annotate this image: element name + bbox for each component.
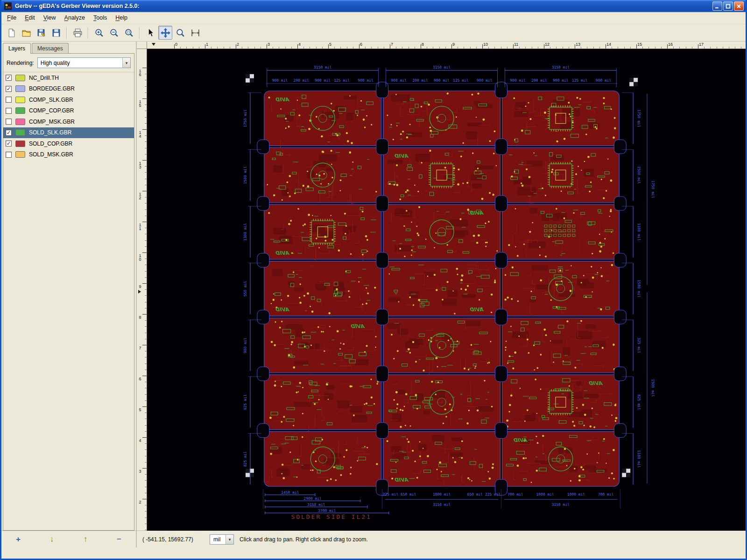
layer-visibility-checkbox[interactable] <box>6 97 12 103</box>
ruler-tick <box>142 283 147 284</box>
svg-text:1500 mil: 1500 mil <box>243 166 247 184</box>
ruler-label: 6 <box>138 377 142 380</box>
svg-text:1750 mil: 1750 mil <box>651 180 655 198</box>
move-layer-up-button[interactable]: ↑ <box>72 533 99 545</box>
save-button[interactable] <box>49 26 63 40</box>
layer-row[interactable]: ✓SOLD_COP.GBR <box>3 138 134 149</box>
menu-item-file[interactable]: File <box>3 13 21 23</box>
ruler-tick <box>142 468 147 469</box>
svg-text:900 mil: 900 mil <box>510 78 526 83</box>
layer-visibility-checkbox[interactable]: ✓ <box>6 140 12 147</box>
menu-item-view[interactable]: View <box>39 13 60 23</box>
measure-button[interactable] <box>188 26 202 40</box>
title-bar[interactable]: Gerbv -- gEDA's Gerber Viewer version 2.… <box>1 0 746 12</box>
ruler-label: 9 <box>452 42 455 47</box>
move-layer-down-button[interactable]: ↓ <box>39 533 65 545</box>
svg-text:3158 mil: 3158 mil <box>433 503 451 507</box>
close-button[interactable] <box>734 1 744 11</box>
ruler-tick <box>142 252 147 253</box>
rendering-select[interactable]: High quality ▾ <box>37 57 131 68</box>
svg-text:200 mil: 200 mil <box>531 78 547 83</box>
layer-visibility-checkbox[interactable] <box>6 108 12 114</box>
layer-row[interactable]: COMP_COP.GBR <box>3 105 134 117</box>
zoom-in-button[interactable] <box>92 26 106 40</box>
menu-item-analyze[interactable]: Analyze <box>60 13 89 23</box>
tab-layers[interactable]: Layers <box>3 43 31 54</box>
svg-text:AVID: AVID <box>470 210 484 216</box>
layer-visibility-checkbox[interactable]: ✓ <box>6 75 12 81</box>
ruler-tick <box>698 44 698 49</box>
layer-color-swatch[interactable] <box>15 140 25 147</box>
svg-text:1300 mil: 1300 mil <box>243 223 247 241</box>
svg-text:1750 mil: 1750 mil <box>637 109 641 127</box>
units-select[interactable]: mil ▾ <box>210 534 234 545</box>
ruler-label: 10 <box>138 253 142 261</box>
open-button[interactable] <box>19 26 33 40</box>
ruler-tick <box>142 376 147 376</box>
layer-row[interactable]: COMP_MSK.GBR <box>3 116 134 127</box>
svg-text:1180 mil: 1180 mil <box>637 450 641 468</box>
ruler-label: 15 <box>138 99 142 107</box>
svg-text:1450 mil: 1450 mil <box>281 490 299 495</box>
toolbar <box>1 24 746 42</box>
layer-row[interactable]: ✓NC_Drill.TH <box>3 72 134 84</box>
pointer-button[interactable] <box>143 26 157 40</box>
svg-text:325 mil: 325 mil <box>637 337 641 353</box>
save-as-button[interactable] <box>34 26 48 40</box>
maximize-button[interactable] <box>723 1 733 11</box>
svg-text:1500 mil: 1500 mil <box>651 379 655 397</box>
zoom-fit-button[interactable] <box>122 26 136 40</box>
layer-color-swatch[interactable] <box>15 85 25 92</box>
layer-row[interactable]: COMP_SLK.GBR <box>3 94 134 105</box>
pcb-canvas[interactable]: AVIDAVIDAVIDAVIDAVIDAVIDAVIDAVIDAVIDAVID… <box>147 49 746 531</box>
window-title: Gerbv -- gEDA's Gerber Viewer version 2.… <box>15 3 712 9</box>
layer-visibility-checkbox[interactable]: ✓ <box>6 130 12 136</box>
svg-text:225 mil: 225 mil <box>383 492 399 497</box>
pan-button[interactable] <box>158 26 172 40</box>
layer-visibility-checkbox[interactable] <box>6 119 12 125</box>
ruler-tick <box>142 499 147 499</box>
chevron-down-icon[interactable]: ▾ <box>122 58 130 68</box>
rendering-row: Rendering: High quality ▾ <box>3 54 134 72</box>
rendering-value: High quality <box>41 60 70 66</box>
layer-color-swatch[interactable] <box>15 75 25 81</box>
ruler-label: 8 <box>138 315 142 319</box>
layer-row[interactable]: ✓BORDEDGE.GBR <box>3 84 134 95</box>
svg-text:AVID: AVID <box>351 323 365 329</box>
add-layer-button[interactable]: + <box>5 533 31 545</box>
status-hint: Click and drag to pan. Right click and d… <box>240 536 368 543</box>
ruler-tick <box>142 222 147 222</box>
layer-color-swatch[interactable] <box>15 119 25 125</box>
layer-color-swatch[interactable] <box>15 151 25 158</box>
zoom-tool-button[interactable] <box>173 26 187 40</box>
zoom-out-button[interactable] <box>107 26 121 40</box>
layer-visibility-checkbox[interactable]: ✓ <box>6 86 12 92</box>
menu-item-help[interactable]: Help <box>111 13 132 23</box>
new-button[interactable] <box>4 26 18 40</box>
ruler-label: 7 <box>391 42 393 47</box>
ruler-label: 3 <box>268 42 270 47</box>
minimize-button[interactable] <box>712 1 722 11</box>
menu-item-edit[interactable]: Edit <box>21 13 39 23</box>
layer-visibility-checkbox[interactable] <box>6 152 12 158</box>
layer-row[interactable]: ✓SOLD_SLK.GBR <box>3 127 134 139</box>
menu-item-tools[interactable]: Tools <box>89 13 111 23</box>
chevron-down-icon[interactable]: ▾ <box>226 535 233 544</box>
layer-color-swatch[interactable] <box>15 97 25 103</box>
svg-text:900 mil: 900 mil <box>477 78 493 83</box>
svg-text:AVID: AVID <box>395 153 409 159</box>
canvas-viewport[interactable]: AVIDAVIDAVIDAVIDAVIDAVIDAVIDAVIDAVIDAVID… <box>147 49 746 531</box>
svg-text:825 mil: 825 mil <box>243 451 247 467</box>
layer-color-swatch[interactable] <box>15 107 25 114</box>
canvas-region: 01234567891011121314151617 1615141312111… <box>137 42 746 531</box>
layer-row[interactable]: SOLD_MSK.GBR <box>3 149 134 161</box>
layer-name: COMP_COP.GBR <box>29 107 74 114</box>
ruler-tick <box>267 44 267 49</box>
remove-layer-button[interactable]: − <box>106 533 132 545</box>
tab-messages[interactable]: Messages <box>32 43 69 53</box>
ruler-tick <box>142 314 147 315</box>
print-button[interactable] <box>70 26 85 40</box>
svg-text:200 mil: 200 mil <box>412 78 428 83</box>
layer-color-swatch[interactable] <box>15 129 25 136</box>
layer-name: BORDEDGE.GBR <box>29 85 75 92</box>
